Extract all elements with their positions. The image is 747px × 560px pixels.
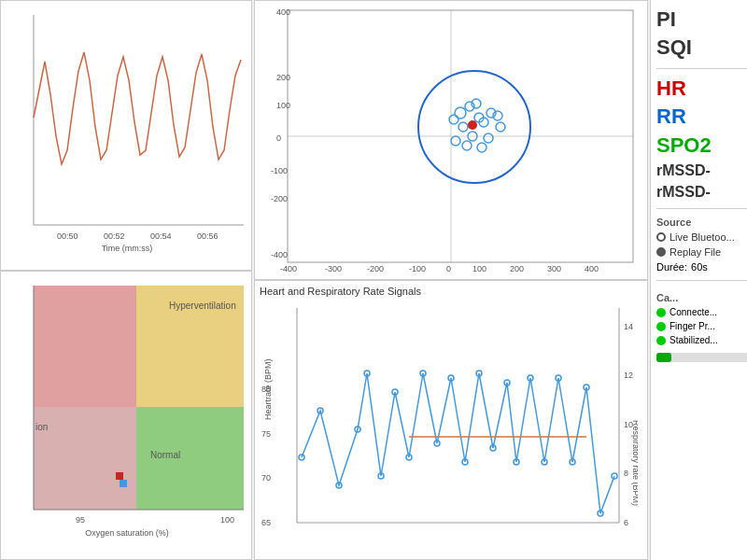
progress-bar-outer: [656, 353, 747, 362]
svg-text:8: 8: [624, 469, 628, 478]
svg-rect-9: [34, 407, 136, 510]
svg-text:0: 0: [276, 133, 281, 143]
live-bluetooth-label: Live Bluetoo...: [669, 231, 735, 243]
svg-rect-7: [34, 286, 136, 407]
svg-text:300: 300: [547, 264, 561, 273]
sqi-metric: SQI: [656, 35, 747, 60]
svg-point-48: [451, 136, 460, 146]
replay-file-option[interactable]: Replay File: [656, 246, 747, 258]
left-panel: 00:50 00:52 00:54 00:56 Time (mm:ss) Hyp…: [0, 0, 252, 560]
svg-rect-20: [120, 480, 127, 487]
waveform-chart: 00:50 00:52 00:54 00:56 Time (mm:ss): [0, 0, 252, 271]
svg-text:100: 100: [220, 515, 234, 525]
svg-text:0: 0: [446, 264, 451, 273]
divider-2: [656, 208, 747, 209]
source-label: Source: [656, 217, 747, 228]
svg-text:Hyperventilation: Hyperventilation: [169, 301, 236, 311]
svg-point-50: [462, 141, 472, 150]
rmssd2-metric: rMSSD-: [656, 183, 747, 201]
zone-scatter-chart: Hyperventilation Normal ion 95 100 Oxyge…: [0, 271, 252, 560]
finger-dot: [656, 322, 666, 331]
svg-text:Time (mm:ss): Time (mm:ss): [102, 244, 153, 253]
pi-metric: PI: [656, 7, 747, 32]
svg-text:Oxygen saturation (%): Oxygen saturation (%): [85, 528, 169, 538]
connected-label: Connecte...: [669, 307, 717, 317]
cable-label: Ca...: [656, 292, 747, 303]
svg-text:200: 200: [510, 264, 524, 273]
svg-text:-400: -400: [280, 264, 297, 273]
svg-text:400: 400: [276, 7, 290, 17]
svg-text:14: 14: [624, 322, 633, 331]
duree-value: 60s: [691, 261, 708, 273]
svg-text:100: 100: [276, 101, 290, 110]
svg-text:-400: -400: [271, 250, 288, 259]
svg-text:00:52: 00:52: [104, 231, 125, 241]
live-bluetooth-radio[interactable]: [656, 232, 666, 242]
duree-label: Durée:: [656, 261, 687, 273]
svg-text:-100: -100: [409, 264, 426, 273]
progress-bar-inner: [656, 353, 671, 362]
stabilized-label: Stabilized...: [669, 335, 718, 345]
right-panel: PI SQI HR RR SPO2 rMSSD- rMSSD- Source L…: [650, 0, 747, 560]
svg-text:-300: -300: [325, 264, 342, 273]
svg-text:65: 65: [261, 518, 271, 527]
center-panel: 400 200 100 0 -100 -200 -400 -400 -300 -…: [254, 0, 648, 560]
live-bluetooth-option[interactable]: Live Bluetoo...: [656, 231, 747, 243]
svg-text:70: 70: [261, 473, 271, 483]
rr-metric: RR: [656, 105, 747, 129]
svg-text:100: 100: [472, 264, 486, 273]
spo2-metric: SPO2: [656, 133, 747, 158]
replay-file-radio[interactable]: [656, 247, 666, 257]
rmssd1-metric: rMSSD-: [656, 161, 747, 179]
svg-point-51: [484, 133, 493, 143]
svg-text:75: 75: [261, 429, 271, 439]
divider-3: [656, 280, 747, 281]
hr-rr-title: Heart and Respiratory Rate Signals: [260, 286, 642, 297]
svg-point-49: [496, 122, 505, 132]
svg-point-44: [458, 122, 468, 132]
svg-text:-200: -200: [271, 194, 288, 203]
finger-status: Finger Pr...: [656, 321, 747, 331]
svg-point-56: [468, 120, 477, 130]
svg-text:-100: -100: [271, 166, 288, 175]
connected-status: Connecte...: [656, 307, 747, 317]
hr-metric: HR: [656, 77, 747, 101]
poincare-chart: 400 200 100 0 -100 -200 -400 -400 -300 -…: [254, 0, 648, 280]
replay-file-label: Replay File: [669, 246, 721, 258]
stabilized-dot: [656, 336, 666, 345]
finger-label: Finger Pr...: [669, 321, 715, 331]
svg-text:400: 400: [585, 264, 599, 273]
svg-text:Normal: Normal: [150, 450, 180, 460]
svg-text:95: 95: [76, 515, 85, 525]
svg-text:-200: -200: [367, 264, 384, 273]
svg-text:12: 12: [624, 371, 633, 380]
svg-text:00:56: 00:56: [197, 231, 218, 241]
svg-text:Heartrate (BPM): Heartrate (BPM): [263, 358, 273, 420]
svg-text:00:54: 00:54: [150, 231, 172, 241]
svg-point-55: [477, 143, 486, 152]
svg-rect-19: [116, 472, 123, 480]
svg-text:ion: ion: [35, 422, 48, 432]
hr-rr-chart: Heart and Respiratory Rate Signals 65 70…: [254, 280, 648, 560]
stabilized-status: Stabilized...: [656, 335, 747, 345]
connected-dot: [656, 308, 666, 317]
svg-text:00:50: 00:50: [57, 231, 78, 241]
svg-text:200: 200: [276, 73, 290, 82]
svg-text:6: 6: [624, 518, 628, 527]
svg-text:Respiratory rate (BPM): Respiratory rate (BPM): [631, 420, 638, 506]
divider-1: [656, 68, 747, 69]
duree-row: Durée: 60s: [656, 261, 747, 273]
svg-point-41: [455, 107, 466, 119]
